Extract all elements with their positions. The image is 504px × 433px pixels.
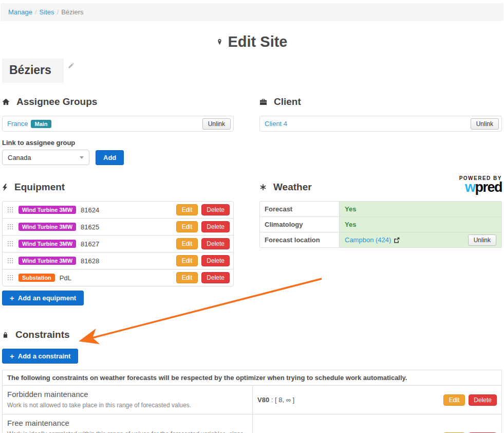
- map-marker-icon: [216, 38, 223, 46]
- briefcase-icon: [259, 98, 267, 105]
- delete-equipment-button[interactable]: Delete: [201, 204, 230, 215]
- equipment-type-badge: Wind Turbine 3MW: [18, 240, 76, 248]
- weather-section: Weather POWERED BY wpred Forecast Yes: [259, 181, 502, 305]
- add-assignee-group-button[interactable]: Add: [96, 150, 124, 165]
- equipment-row-actions: Edit Delete: [176, 272, 230, 283]
- constraint-value-cell: V80 : [ 8, ∞ ] Edit Delete: [253, 386, 501, 414]
- add-equipment-button[interactable]: + Add an equipment: [2, 291, 84, 305]
- constraints-rows: Forbidden maintenance Work is not allowe…: [3, 386, 501, 433]
- equipment-name: 81628: [81, 257, 99, 265]
- weather-row-forecast-location: Forecast location Campbon (424) Unlink: [260, 232, 501, 247]
- weather-heading-text: Weather: [273, 181, 312, 194]
- constraint-title: Free maintenance: [7, 419, 248, 427]
- constraint-description-cell: Forbidden maintenance Work is not allowe…: [3, 386, 253, 414]
- constraint-description: Work is not allowed to take place in thi…: [7, 401, 248, 410]
- drag-handle-icon[interactable]: [8, 258, 13, 264]
- edit-constraint-button[interactable]: Edit: [443, 394, 465, 406]
- add-constraint-button[interactable]: + Add a constraint: [2, 349, 78, 364]
- assignee-group-select[interactable]: Canada: [2, 150, 89, 165]
- drag-handle-icon[interactable]: [8, 207, 13, 213]
- climatology-value: Yes: [345, 221, 356, 228]
- main-badge: Main: [31, 120, 51, 128]
- equipment-type-badge: Wind Turbine 3MW: [18, 257, 76, 265]
- weather-header: Weather POWERED BY wpred: [259, 181, 502, 194]
- delete-constraint-button[interactable]: Delete: [469, 394, 497, 406]
- weather-row-forecast: Forecast Yes: [260, 202, 501, 217]
- add-equipment-label: Add an equipment: [18, 294, 76, 302]
- bolt-icon: [2, 184, 8, 191]
- assignee-groups-section: Assignee Groups France Main Unlink Link …: [2, 95, 234, 165]
- constraint-description-cell: Free maintenance Work is ideally complet…: [3, 414, 253, 433]
- delete-equipment-button[interactable]: Delete: [201, 221, 230, 232]
- edit-equipment-button[interactable]: Edit: [176, 255, 198, 266]
- equipment-name: 81627: [81, 240, 99, 248]
- constraints-table-header: The following constraints on weather for…: [3, 370, 501, 386]
- equipment-type-badge: Wind Turbine 3MW: [18, 223, 76, 231]
- drag-handle-icon[interactable]: [8, 275, 13, 281]
- client-link[interactable]: Client 4: [265, 120, 287, 128]
- equipment-heading: Equipment: [2, 181, 234, 194]
- edit-equipment-button[interactable]: Edit: [176, 204, 198, 215]
- edit-pencil-icon[interactable]: [68, 62, 74, 71]
- site-name: Béziers: [2, 59, 64, 83]
- equipment-row: Substation PdL Edit Delete: [3, 269, 233, 286]
- equipment-type-badge: Substation: [18, 274, 55, 282]
- top-sections: Assignee Groups France Main Unlink Link …: [2, 95, 502, 165]
- edit-equipment-button[interactable]: Edit: [176, 221, 198, 232]
- weather-table: Forecast Yes Climatology Yes Forecast lo…: [259, 201, 502, 248]
- assignee-group-link[interactable]: France: [7, 120, 28, 128]
- chevron-down-icon: [80, 156, 84, 159]
- unlink-assignee-group-button[interactable]: Unlink: [202, 118, 231, 130]
- weather-heading: Weather: [259, 181, 502, 194]
- delete-equipment-button[interactable]: Delete: [201, 255, 230, 266]
- breadcrumb-separator: /: [57, 8, 59, 16]
- constraint-variable: V80: [257, 396, 269, 404]
- link-assignee-group-controls: Canada Add: [2, 150, 234, 165]
- delete-equipment-button[interactable]: Delete: [201, 238, 230, 249]
- page-title: Edit Site: [0, 33, 504, 50]
- equipment-name: 81625: [81, 223, 99, 231]
- equipment-name: PdL: [60, 274, 71, 282]
- breadcrumb-separator: /: [35, 8, 37, 16]
- add-constraint-label: Add a constraint: [18, 352, 71, 360]
- equipment-name: 81624: [81, 206, 99, 214]
- assignee-groups-heading-text: Assignee Groups: [16, 95, 97, 109]
- client-section: Client Client 4 Unlink: [259, 95, 502, 165]
- drag-handle-icon[interactable]: [8, 224, 13, 230]
- equipment-row-actions: Edit Delete: [176, 238, 230, 249]
- plus-icon: +: [10, 294, 14, 302]
- weather-row-climatology: Climatology Yes: [260, 217, 501, 232]
- equipment-row-actions: Edit Delete: [176, 221, 230, 232]
- link-assignee-group-label: Link to assignee group: [2, 139, 234, 147]
- equipment-row-actions: Edit Delete: [176, 204, 230, 215]
- forecast-location-link[interactable]: Campbon (424): [345, 236, 391, 244]
- equipment-row: Wind Turbine 3MW 81628 Edit Delete: [3, 252, 233, 269]
- page-title-text: Edit Site: [228, 33, 287, 50]
- unlink-client-button[interactable]: Unlink: [471, 118, 499, 130]
- client-row: Client 4 Unlink: [259, 116, 502, 132]
- delete-equipment-button[interactable]: Delete: [201, 272, 230, 283]
- unlink-forecast-location-button[interactable]: Unlink: [468, 234, 496, 246]
- constraints-heading: Constraints: [2, 328, 502, 341]
- edit-equipment-button[interactable]: Edit: [176, 272, 198, 283]
- constraint-row-actions: Edit Delete: [443, 394, 497, 406]
- climatology-value-cell: Yes: [340, 217, 501, 232]
- constraint-title: Forbidden maintenance: [7, 390, 248, 399]
- forecast-label: Forecast: [260, 202, 340, 217]
- breadcrumb-link-manage[interactable]: Manage: [8, 8, 32, 16]
- constraint-value-cell: CF : [ 0, 3 ] Edit Delete: [253, 414, 501, 433]
- equipment-heading-text: Equipment: [14, 181, 65, 194]
- constraint-range: : [ 8, ∞ ]: [269, 396, 294, 404]
- equipment-row-actions: Edit Delete: [176, 255, 230, 266]
- equipment-type-badge: Wind Turbine 3MW: [18, 206, 76, 214]
- middle-sections: Equipment Wind Turbine 3MW 81624 Edit De…: [2, 181, 502, 305]
- forecast-location-label: Forecast location: [260, 232, 340, 247]
- edit-site-page: Manage/Sites/Béziers Edit Site Béziers A…: [0, 0, 504, 433]
- equipment-section: Equipment Wind Turbine 3MW 81624 Edit De…: [2, 181, 234, 305]
- forecast-value: Yes: [345, 205, 356, 213]
- equipment-row: Wind Turbine 3MW 81624 Edit Delete: [3, 202, 233, 218]
- breadcrumb-link-sites[interactable]: Sites: [40, 8, 54, 16]
- constraint-row: Free maintenance Work is ideally complet…: [3, 414, 501, 433]
- drag-handle-icon[interactable]: [8, 241, 13, 247]
- edit-equipment-button[interactable]: Edit: [176, 238, 198, 249]
